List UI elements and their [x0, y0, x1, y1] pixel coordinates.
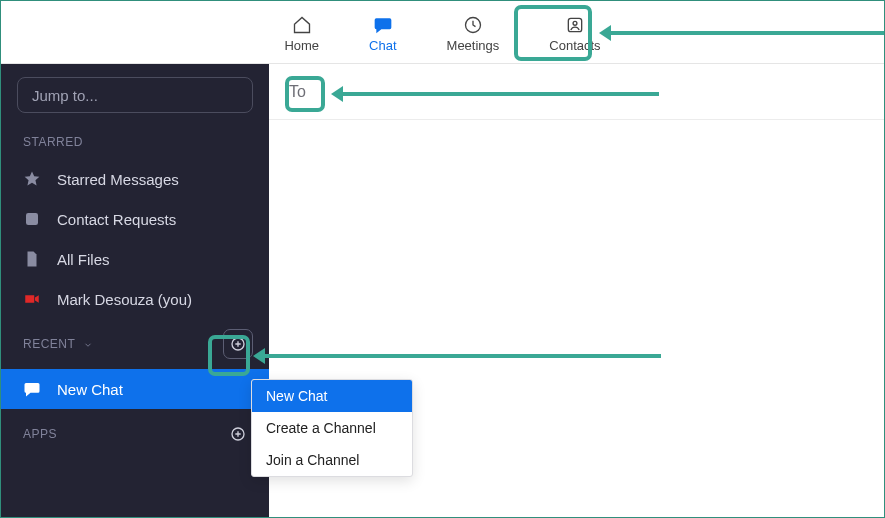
- section-apps: APPS: [1, 409, 269, 459]
- annotation-arrow-add: [263, 354, 661, 358]
- sidebar-item-new-chat[interactable]: New Chat: [1, 369, 269, 409]
- chat-icon: [372, 15, 394, 35]
- nav-label: Chat: [369, 38, 396, 53]
- sidebar-item-contact-requests[interactable]: Contact Requests: [1, 199, 269, 239]
- sidebar-item-starred-messages[interactable]: Starred Messages: [1, 159, 269, 199]
- add-recent-button[interactable]: [223, 329, 253, 359]
- add-apps-button[interactable]: [223, 419, 253, 449]
- ctx-join-channel[interactable]: Join a Channel: [252, 444, 412, 476]
- jump-to-input[interactable]: [17, 77, 253, 113]
- recent-context-menu: New Chat Create a Channel Join a Channel: [251, 379, 413, 477]
- jump-wrap: [1, 77, 269, 121]
- sidebar-item-label: Starred Messages: [57, 171, 179, 188]
- home-icon: [291, 15, 313, 35]
- section-recent: RECENT: [1, 319, 269, 369]
- sidebar-item-label: Mark Desouza (you): [57, 291, 192, 308]
- sidebar: STARRED Starred Messages Contact Request…: [1, 64, 269, 517]
- sidebar-item-label: Contact Requests: [57, 211, 176, 228]
- contact-icon: [564, 15, 586, 35]
- sidebar-item-label: New Chat: [57, 381, 123, 398]
- clock-icon: [462, 15, 484, 35]
- nav-chat[interactable]: Chat: [359, 9, 406, 57]
- video-icon: [23, 290, 41, 308]
- ctx-create-channel[interactable]: Create a Channel: [252, 412, 412, 444]
- star-icon: [23, 170, 41, 188]
- ctx-new-chat[interactable]: New Chat: [252, 380, 412, 412]
- file-icon: [23, 250, 41, 268]
- section-starred-label: STARRED: [1, 121, 269, 159]
- nav-label: Contacts: [549, 38, 600, 53]
- nav-meetings[interactable]: Meetings: [437, 9, 510, 57]
- to-label: To: [289, 83, 306, 101]
- nav-items: Home Chat Meetings Contacts: [274, 1, 610, 63]
- sidebar-item-all-files[interactable]: All Files: [1, 239, 269, 279]
- nav-label: Home: [284, 38, 319, 53]
- contact-request-icon: [23, 210, 41, 228]
- svg-rect-3: [26, 213, 38, 225]
- annotation-arrow-to: [341, 92, 659, 96]
- chat-bubble-icon: [23, 380, 41, 398]
- section-recent-left[interactable]: RECENT: [23, 337, 93, 351]
- section-apps-label: APPS: [23, 427, 57, 441]
- sidebar-item-self[interactable]: Mark Desouza (you): [1, 279, 269, 319]
- chevron-down-icon: [83, 339, 93, 349]
- sidebar-item-label: All Files: [57, 251, 110, 268]
- app-window: Home Chat Meetings Contacts: [0, 0, 885, 518]
- section-apps-left[interactable]: APPS: [23, 427, 57, 441]
- nav-home[interactable]: Home: [274, 9, 329, 57]
- svg-point-2: [573, 21, 577, 25]
- annotation-arrow-chat: [609, 31, 884, 35]
- nav-label: Meetings: [447, 38, 500, 53]
- section-recent-label: RECENT: [23, 337, 75, 351]
